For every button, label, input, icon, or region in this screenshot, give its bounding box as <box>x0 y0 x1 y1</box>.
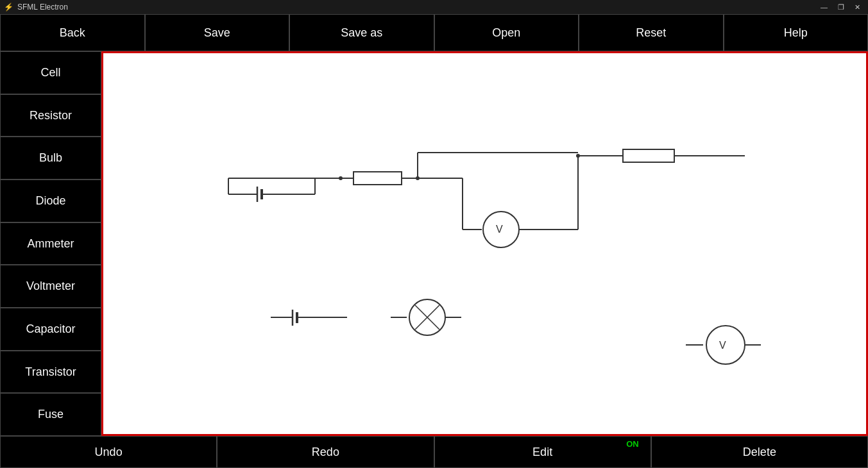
circuit-canvas[interactable]: V <box>103 53 866 434</box>
svg-text:V: V <box>719 340 726 351</box>
bottom-toolbar: UndoRedoEditONDelete <box>0 436 868 468</box>
bulb-button[interactable]: Bulb <box>0 137 101 180</box>
save-as-button[interactable]: Save as <box>289 14 434 51</box>
redo-button[interactable]: Redo <box>217 436 434 468</box>
ammeter-button[interactable]: Ammeter <box>0 222 101 265</box>
edit-button[interactable]: EditON <box>434 436 651 468</box>
sidebar: CellResistorBulbDiodeAmmeterVoltmeterCap… <box>0 51 101 436</box>
fuse-button[interactable]: Fuse <box>0 393 101 436</box>
cell-button[interactable]: Cell <box>0 51 101 94</box>
voltmeter-button[interactable]: Voltmeter <box>0 265 101 308</box>
toolbar: BackSaveSave asOpenResetHelp <box>0 14 868 51</box>
app-icon: ⚡ <box>4 3 13 12</box>
diode-button[interactable]: Diode <box>0 180 101 222</box>
undo-button[interactable]: Undo <box>0 436 217 468</box>
maximize-button[interactable]: ❐ <box>834 3 848 12</box>
edit-on-badge: ON <box>626 439 639 449</box>
titlebar-controls[interactable]: — ❐ ✕ <box>817 3 864 12</box>
capacitor-button[interactable]: Capacitor <box>0 308 101 351</box>
app-title: SFML Electron <box>17 3 68 12</box>
open-button[interactable]: Open <box>434 14 579 51</box>
resistor-button[interactable]: Resistor <box>0 94 101 137</box>
reset-button[interactable]: Reset <box>579 14 724 51</box>
titlebar-left: ⚡ SFML Electron <box>4 3 68 12</box>
transistor-button[interactable]: Transistor <box>0 351 101 394</box>
svg-rect-9 <box>353 172 402 185</box>
back-button[interactable]: Back <box>0 14 145 51</box>
svg-rect-23 <box>623 149 674 162</box>
titlebar: ⚡ SFML Electron — ❐ ✕ <box>0 0 868 14</box>
help-button[interactable]: Help <box>724 14 869 51</box>
save-button[interactable]: Save <box>145 14 290 51</box>
minimize-button[interactable]: — <box>817 3 831 12</box>
svg-text:V: V <box>496 224 503 235</box>
delete-button[interactable]: Delete <box>651 436 868 468</box>
main-area: CellResistorBulbDiodeAmmeterVoltmeterCap… <box>0 51 868 436</box>
canvas-area[interactable]: V <box>101 51 868 436</box>
close-button[interactable]: ✕ <box>851 3 864 12</box>
